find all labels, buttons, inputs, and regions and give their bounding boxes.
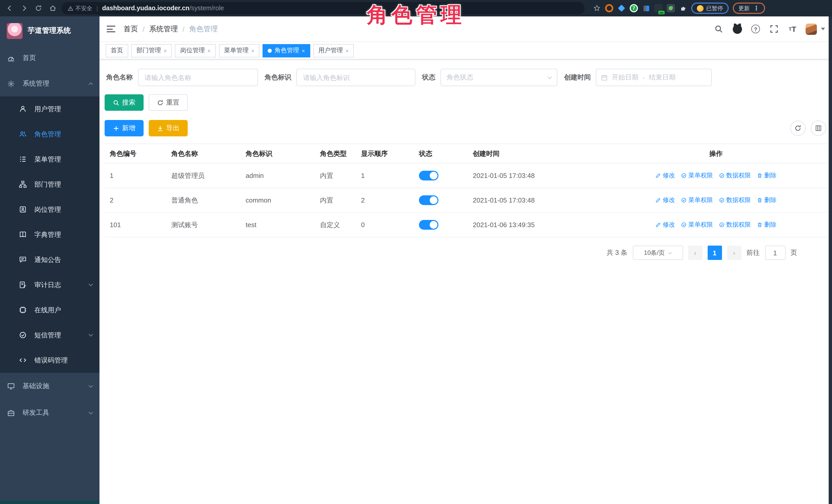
breadcrumb-home[interactable]: 首页: [124, 24, 138, 33]
font-size-icon[interactable]: TT: [787, 23, 798, 35]
menu-permission-link[interactable]: 菜单权限: [681, 196, 713, 205]
column-settings-button[interactable]: [810, 121, 826, 136]
status-toggle[interactable]: [419, 220, 438, 230]
data-permission-link[interactable]: 数据权限: [719, 196, 751, 205]
gear-icon: [7, 80, 15, 87]
id-badge-icon: [19, 206, 27, 213]
tab-home[interactable]: 首页: [106, 44, 128, 57]
address-bar[interactable]: 不安全 | dashboard.yudao.iocoder.cn/system/…: [61, 2, 584, 15]
help-icon[interactable]: ?: [750, 23, 761, 35]
close-icon[interactable]: ×: [302, 47, 305, 54]
menu-permission-link[interactable]: 菜单权限: [681, 220, 713, 229]
roles-table: 角色编号 角色名称 角色标识 角色类型 显示顺序 状态 创建时间 操作 1: [105, 143, 827, 237]
avatar-caret-icon[interactable]: [821, 28, 825, 30]
date-range-picker[interactable]: 开始日期 - 结束日期: [596, 69, 712, 86]
user-icon: [19, 105, 27, 113]
page-size-select[interactable]: 10条/页: [632, 246, 683, 260]
page-scrollbar[interactable]: [828, 17, 832, 504]
extension-icon-leaf[interactable]: [667, 4, 675, 12]
goto-page-input[interactable]: [765, 246, 785, 260]
github-icon[interactable]: [731, 23, 743, 35]
browser-home-icon[interactable]: [47, 3, 58, 14]
menu-permission-link[interactable]: 菜单权限: [681, 171, 713, 180]
fullscreen-icon[interactable]: [769, 23, 780, 35]
hamburger-icon[interactable]: [107, 26, 115, 32]
browser-back-icon[interactable]: [4, 3, 16, 14]
chevron-down-icon: [89, 383, 93, 388]
extensions-puzzle-icon[interactable]: [679, 4, 687, 12]
delete-link[interactable]: 删除: [757, 220, 777, 229]
page-1-button[interactable]: 1: [707, 246, 722, 260]
data-permission-link[interactable]: 数据权限: [719, 171, 751, 180]
sidebar-item-menus[interactable]: 菜单管理: [0, 147, 100, 172]
extension-icon-gem[interactable]: [617, 4, 626, 12]
col-actions: 操作: [605, 144, 827, 163]
paused-profile-pill[interactable]: 已暂停: [691, 3, 729, 14]
user-avatar[interactable]: [805, 23, 816, 35]
tab-dept[interactable]: 部门管理×: [131, 44, 172, 57]
delete-link[interactable]: 删除: [757, 171, 777, 180]
extension-icon-switch[interactable]: on: [654, 4, 662, 12]
sidebar-item-system[interactable]: 系统管理: [0, 71, 100, 97]
tab-menu[interactable]: 菜单管理×: [219, 44, 260, 57]
status-toggle[interactable]: [419, 171, 438, 181]
close-icon[interactable]: ×: [251, 47, 255, 54]
edit-link[interactable]: 修改: [656, 220, 675, 229]
chevron-down-icon: [89, 282, 93, 286]
export-button[interactable]: 导出: [149, 120, 188, 136]
browser-reload-icon[interactable]: [33, 3, 44, 14]
table-header-row: 角色编号 角色名称 角色标识 角色类型 显示顺序 状态 创建时间 操作: [105, 144, 827, 163]
browser-forward-icon[interactable]: [19, 3, 30, 14]
breadcrumb-system[interactable]: 系统管理: [149, 24, 178, 33]
date-start[interactable]: 开始日期: [612, 73, 639, 82]
status-select[interactable]: 角色状态: [441, 69, 557, 86]
reset-button[interactable]: 重置: [149, 94, 188, 111]
sidebar-item-home[interactable]: 首页: [0, 45, 100, 71]
add-button[interactable]: 新增: [105, 120, 144, 136]
sidebar-item-online-users[interactable]: 在线用户: [0, 297, 100, 322]
page-content: 角色名称 角色标识 状态 角色状态 创建时间 开始日期 - 结束日期: [100, 59, 832, 504]
sidebar-item-dict[interactable]: 字典管理: [0, 222, 100, 247]
close-icon[interactable]: ×: [346, 47, 349, 54]
tab-user[interactable]: 用户管理×: [313, 44, 354, 57]
close-icon[interactable]: ×: [207, 47, 211, 54]
tab-post[interactable]: 岗位管理×: [175, 44, 216, 57]
browser-menu-icon[interactable]: ⋮: [753, 5, 759, 12]
search-button[interactable]: 搜索: [105, 94, 144, 111]
status-toggle[interactable]: [419, 195, 438, 205]
next-page-button[interactable]: ›: [727, 246, 741, 260]
extension-icon-green[interactable]: 7: [630, 4, 638, 12]
sidebar-item-posts[interactable]: 岗位管理: [0, 197, 100, 222]
extension-icon-orange[interactable]: [605, 4, 613, 12]
search-actions: 搜索 重置: [105, 94, 827, 111]
role-key-input[interactable]: [296, 69, 415, 86]
chevron-down-icon: [548, 75, 552, 79]
search-icon[interactable]: [713, 23, 724, 35]
col-created: 创建时间: [468, 144, 605, 163]
status-label: 状态: [422, 73, 435, 82]
sidebar-item-devtools[interactable]: 研发工具: [0, 399, 100, 426]
edit-link[interactable]: 修改: [656, 196, 675, 205]
close-icon[interactable]: ×: [163, 47, 167, 54]
sidebar-item-error-codes[interactable]: 错误码管理: [0, 348, 100, 373]
bookmark-star-icon[interactable]: [593, 4, 601, 12]
role-name-input[interactable]: [138, 69, 258, 86]
edit-link[interactable]: 修改: [656, 171, 675, 180]
refresh-table-button[interactable]: [790, 121, 805, 136]
date-end[interactable]: 结束日期: [649, 73, 676, 82]
data-permission-link[interactable]: 数据权限: [719, 220, 751, 229]
update-chrome-pill[interactable]: 更新⋮: [733, 3, 765, 14]
logo-row[interactable]: 芋道管理系统: [0, 17, 100, 45]
sidebar-item-roles[interactable]: 角色管理: [0, 122, 100, 147]
extension-icon-misc[interactable]: [642, 4, 650, 12]
sidebar-item-notice[interactable]: 通知公告: [0, 247, 100, 272]
sidebar-item-infra[interactable]: 基础设施: [0, 373, 100, 399]
prev-page-button[interactable]: ‹: [688, 246, 702, 260]
delete-link[interactable]: 删除: [757, 196, 777, 205]
sidebar-item-sms[interactable]: 短信管理: [0, 322, 100, 348]
not-secure-warning[interactable]: 不安全: [68, 4, 92, 12]
sidebar-item-users[interactable]: 用户管理: [0, 97, 100, 122]
tab-role[interactable]: 角色管理×: [263, 44, 310, 57]
sidebar-item-audit-log[interactable]: 审计日志: [0, 272, 100, 297]
sidebar-item-depts[interactable]: 部门管理: [0, 172, 100, 197]
